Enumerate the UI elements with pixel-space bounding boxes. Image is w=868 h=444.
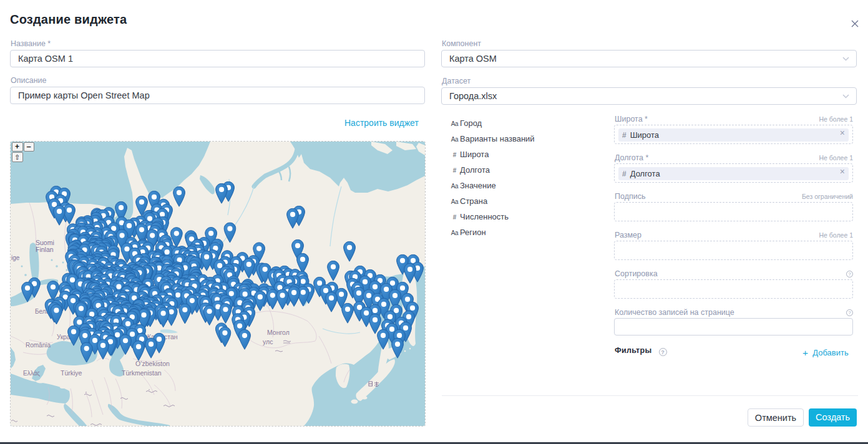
svg-text:ige: ige bbox=[11, 254, 20, 261]
svg-text:улс: улс bbox=[263, 338, 273, 345]
svg-text:Türkiye: Türkiye bbox=[61, 369, 82, 377]
svg-text:Ελλάς: Ελλάς bbox=[23, 370, 40, 377]
svg-text:Finlan: Finlan bbox=[36, 246, 54, 253]
svg-text:Türkmenistan: Türkmenistan bbox=[122, 369, 162, 377]
svg-text:Oʻzbekiston: Oʻzbekiston bbox=[135, 360, 170, 367]
svg-text:Монгол: Монгол bbox=[267, 329, 290, 336]
svg-text:România: România bbox=[26, 342, 51, 349]
